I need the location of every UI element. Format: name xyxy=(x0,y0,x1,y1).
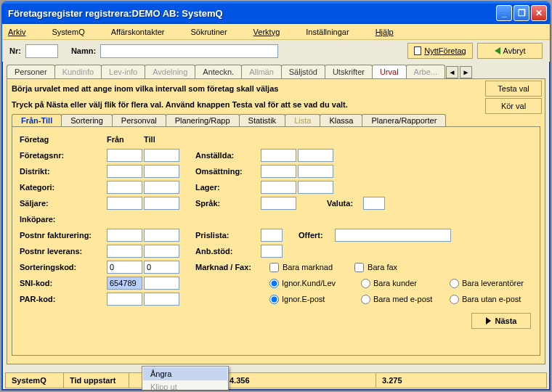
par-to[interactable] xyxy=(144,293,179,306)
foretagsnr-from[interactable] xyxy=(107,149,142,162)
sort-from[interactable] xyxy=(107,261,142,274)
testa-val-button[interactable]: Testa val xyxy=(485,81,542,97)
avbryt-button[interactable]: Avbryt xyxy=(477,43,543,59)
saljare-label: Säljare: xyxy=(20,199,107,208)
distrikt-from[interactable] xyxy=(107,165,142,178)
sni-from[interactable] xyxy=(107,277,142,290)
sub-tabs: Från-Till Sortering Personval Planering/… xyxy=(12,114,540,126)
tab-levinfo[interactable]: Lev-info xyxy=(101,65,145,78)
bara-kunder-radio[interactable] xyxy=(361,279,370,288)
nytt-foretag-button[interactable]: NyttFöretag xyxy=(407,43,473,59)
subtab-statistik[interactable]: Statistik xyxy=(239,114,286,126)
tab-anteckn[interactable]: Anteckn. xyxy=(195,65,242,78)
lager-to[interactable] xyxy=(298,181,333,194)
sni-label: SNI-kod: xyxy=(20,279,107,287)
status-systemq: SystemQ xyxy=(6,373,64,388)
postnrl-from[interactable] xyxy=(107,245,142,258)
menu-installningar[interactable]: Inställningar xyxy=(306,28,362,36)
anstallda-label: Anställda: xyxy=(195,151,261,160)
foretagsnr-label: Företagsnr: xyxy=(20,151,107,160)
kategori-to[interactable] xyxy=(144,181,179,194)
anbstod-input[interactable] xyxy=(261,245,283,258)
subtab-planering-rapp[interactable]: Planering/Rapp xyxy=(166,114,240,126)
tab-personer[interactable]: Personer xyxy=(7,65,55,78)
context-menu: Ångra Klipp ut Kopiera Klistra in Ta bor… xyxy=(142,366,229,391)
bara-lev-radio[interactable] xyxy=(450,279,459,288)
ignor-epost-label: Ignor.E-post xyxy=(282,295,325,303)
bara-med-epost-radio[interactable] xyxy=(361,295,370,304)
menu-verktyg[interactable]: Verktyg xyxy=(253,28,293,36)
kategori-from[interactable] xyxy=(107,181,142,194)
bara-med-epost-label: Bara med e-post xyxy=(373,295,432,303)
nr-label: Nr: xyxy=(9,46,21,55)
tab-saljstod[interactable]: Säljstöd xyxy=(281,65,325,78)
anstallda-to[interactable] xyxy=(298,149,333,162)
postnrf-to[interactable] xyxy=(144,229,179,242)
mf-label: Marknad / Fax: xyxy=(195,263,269,271)
postnrf-label: Postnr fakturering: xyxy=(20,231,107,240)
foretagsnr-to[interactable] xyxy=(144,149,179,162)
nr-input[interactable] xyxy=(25,44,58,58)
prislista-input[interactable] xyxy=(261,229,283,242)
kor-val-button[interactable]: Kör val xyxy=(485,98,542,114)
par-from[interactable] xyxy=(107,293,142,306)
valuta-input[interactable] xyxy=(363,197,385,210)
sort-to[interactable] xyxy=(144,261,179,274)
foretag-label: Företag xyxy=(20,135,107,144)
bara-marknad-checkbox[interactable] xyxy=(269,263,279,272)
bara-fax-label: Bara fax xyxy=(368,263,397,271)
tab-kundinfo[interactable]: Kundinfo xyxy=(54,65,102,78)
postnrl-to[interactable] xyxy=(144,245,179,258)
status-tid-uppstart: Tid uppstart xyxy=(64,373,129,388)
ignor-kund-lev-radio[interactable] xyxy=(269,279,279,288)
sprak-input[interactable] xyxy=(261,197,296,210)
ctx-angra[interactable]: Ångra xyxy=(143,367,227,380)
urval-panel: Testa val Kör val Börja urvalet med att … xyxy=(7,78,545,364)
distrikt-to[interactable] xyxy=(144,165,179,178)
kategori-label: Kategori: xyxy=(20,183,107,192)
lager-from[interactable] xyxy=(261,181,296,194)
subtab-lista[interactable]: Lista xyxy=(285,114,320,126)
subtab-fran-till[interactable]: Från-Till xyxy=(12,114,62,126)
tab-nav-right[interactable]: ► xyxy=(460,66,472,78)
oms-from[interactable] xyxy=(261,165,296,178)
offert-input[interactable] xyxy=(335,229,451,242)
saljare-from[interactable] xyxy=(107,197,142,210)
oms-to[interactable] xyxy=(298,165,333,178)
document-icon xyxy=(414,46,421,55)
ctx-klipp-ut[interactable]: Klipp ut xyxy=(143,380,227,391)
ignor-epost-radio[interactable] xyxy=(269,295,279,304)
menu-affarskontakter[interactable]: Affärskontakter xyxy=(111,28,178,36)
anstallda-from[interactable] xyxy=(261,149,296,162)
help-text-1: Börja urvalet med att ange inom vilka in… xyxy=(12,82,540,95)
close-button[interactable]: ✕ xyxy=(531,5,547,21)
postnrl-label: Postnr leverans: xyxy=(20,247,107,256)
subtab-planera-rapporter[interactable]: Planera/Rapporter xyxy=(362,114,446,126)
help-text-2: Tryck på Nästa eller välj flik för flera… xyxy=(12,98,540,111)
bara-fax-checkbox[interactable] xyxy=(354,263,364,272)
tab-allman[interactable]: Allmän xyxy=(241,65,282,78)
tab-nav-left[interactable]: ◄ xyxy=(446,66,458,78)
subtab-klassa[interactable]: Klassa xyxy=(320,114,362,126)
maximize-button[interactable]: ❐ xyxy=(514,5,529,21)
tab-avdelning[interactable]: Avdelning xyxy=(145,65,195,78)
bara-lev-label: Bara leverantörer xyxy=(462,279,524,287)
tab-utskrifter[interactable]: Utskrifter xyxy=(325,65,373,78)
sni-to[interactable] xyxy=(144,277,179,290)
subtab-personval[interactable]: Personval xyxy=(112,114,166,126)
postnrf-from[interactable] xyxy=(107,229,142,242)
bara-utan-epost-radio[interactable] xyxy=(450,295,459,304)
tab-urval[interactable]: Urval xyxy=(372,65,407,78)
menu-systemq[interactable]: SystemQ xyxy=(52,28,97,36)
namn-input[interactable] xyxy=(100,44,278,58)
menu-hjalp[interactable]: Hjälp xyxy=(376,28,407,36)
anbstod-label: Anb.stöd: xyxy=(195,247,261,256)
minimize-button[interactable]: _ xyxy=(496,5,512,21)
par-label: PAR-kod: xyxy=(20,295,107,303)
menu-sokrutiner[interactable]: Sökrutiner xyxy=(190,28,240,36)
menu-arkiv[interactable]: Arkiv xyxy=(8,28,38,36)
saljare-to[interactable] xyxy=(144,197,179,210)
nasta-button[interactable]: Nästa xyxy=(471,313,531,329)
tab-arbe[interactable]: Arbe... xyxy=(406,65,445,78)
subtab-sortering[interactable]: Sortering xyxy=(61,114,113,126)
